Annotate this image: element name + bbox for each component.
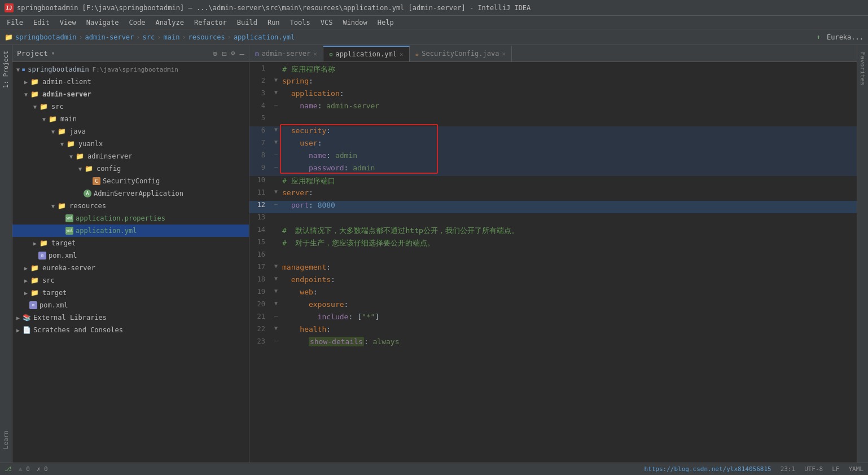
eureka-button[interactable]: ⬆ Eureka...: [817, 33, 864, 41]
code-line-23: 23 — show-details: always: [249, 337, 857, 350]
project-panel-title: Project: [17, 49, 48, 58]
code-line-1: 1 # 应用程序名称: [249, 64, 857, 77]
code-line-9: 9 — password: admin: [249, 164, 857, 176]
menu-item-tools[interactable]: Tools: [286, 17, 315, 28]
project-sync-icon[interactable]: ⊟: [222, 49, 226, 58]
folder-icon-src: 📁: [40, 103, 48, 111]
breadcrumb-springbootadmin[interactable]: springbootadmin: [15, 33, 76, 41]
git-icon: ⎇: [5, 465, 12, 473]
project-tree: ▼ ▪ springbootadmin F:\java\springbootad…: [12, 62, 249, 463]
breadcrumb-resources[interactable]: resources: [188, 33, 225, 41]
tab-bar: m admin-server ✕ ⚙ application.yml ✕ ☕ S…: [249, 45, 857, 62]
code-line-16: 16: [249, 250, 857, 263]
tree-item-external-libraries[interactable]: ▶ 📚 External Libraries: [12, 311, 249, 324]
breadcrumb-admin-server[interactable]: admin-server: [85, 33, 134, 41]
menu-item-view[interactable]: View: [55, 17, 81, 28]
code-line-18: 18 ▼ endpoints:: [249, 275, 857, 288]
tree-item-scratches[interactable]: ▶ 📄 Scratches and Consoles: [12, 324, 249, 336]
tree-item-application-yml[interactable]: yml application.yml: [12, 225, 249, 237]
tab-securityconfig[interactable]: ☕ SecurityConfig.java ✕: [410, 46, 512, 61]
tree-item-src-root[interactable]: ▶ 📁 src: [12, 274, 249, 287]
folder-icon-admin-client: 📁: [30, 78, 39, 86]
tab-close-application-yml[interactable]: ✕: [400, 51, 404, 58]
tab-admin-server[interactable]: m admin-server ✕: [249, 46, 323, 61]
icon-adminserverapplication: A: [84, 190, 91, 197]
tree-item-target-adminserver[interactable]: ▶ 📁 target: [12, 237, 249, 249]
tree-item-main[interactable]: ▼ 📁 main: [12, 113, 249, 125]
folder-icon-config: 📁: [85, 165, 93, 173]
breadcrumb-src[interactable]: src: [143, 33, 155, 41]
tree-item-admin-client[interactable]: ▶ 📁 admin-client: [12, 76, 249, 88]
folder-icon-admin-server: 📁: [30, 90, 39, 98]
code-line-11: 11 ▼ server:: [249, 188, 857, 201]
tree-item-securityconfig[interactable]: C SecurityConfig: [12, 175, 249, 187]
folder-icon-main: 📁: [49, 115, 57, 123]
status-bar-left: ⎇ ⚠ 0 ✗ 0: [5, 465, 48, 473]
module-icon-springbootadmin: ▪: [21, 65, 25, 73]
menu-item-build[interactable]: Build: [233, 17, 262, 28]
folder-icon-eureka-server: 📁: [30, 264, 39, 272]
project-settings-icon[interactable]: ⚙: [231, 49, 235, 58]
tree-item-src[interactable]: ▼ 📁 src: [12, 100, 249, 113]
tree-item-pom-root[interactable]: m pom.xml: [12, 299, 249, 311]
tree-item-resources[interactable]: ▼ 📁 resources: [12, 200, 249, 212]
right-sidebar-strip: Favorites: [857, 45, 868, 463]
code-line-2: 2 ▼ spring:: [249, 77, 857, 89]
status-filetype: YAML: [849, 465, 864, 473]
menu-item-code[interactable]: Code: [125, 17, 150, 28]
tree-item-java[interactable]: ▼ 📁 java: [12, 125, 249, 138]
editor-area: m admin-server ✕ ⚙ application.yml ✕ ☕ S…: [249, 45, 857, 463]
folder-icon-yuanlx: 📁: [67, 140, 75, 148]
menu-item-navigate[interactable]: Navigate: [82, 17, 124, 28]
status-bar: ⎇ ⚠ 0 ✗ 0 https://blog.csdn.net/ylx81405…: [0, 463, 868, 475]
breadcrumb-main[interactable]: main: [163, 33, 179, 41]
tab-application-yml[interactable]: ⚙ application.yml ✕: [323, 46, 410, 61]
code-line-20: 20 ▼ exposure:: [249, 300, 857, 313]
code-line-6: 6 ▼ security:: [249, 126, 857, 139]
tab-close-securityconfig[interactable]: ✕: [502, 50, 506, 58]
menu-item-window[interactable]: Window: [338, 17, 371, 28]
right-strip-favorites[interactable]: Favorites: [858, 50, 867, 88]
tree-item-admin-server[interactable]: ▼ 📁 admin-server: [12, 88, 249, 100]
tree-item-pom-adminserver[interactable]: m pom.xml: [12, 249, 249, 262]
tree-item-eureka-server[interactable]: ▶ 📁 eureka-server: [12, 262, 249, 274]
tab-close-admin-server[interactable]: ✕: [313, 50, 317, 58]
menu-item-file[interactable]: File: [2, 17, 28, 28]
tab-icon-application-yml: ⚙: [329, 51, 333, 58]
tree-item-target-root[interactable]: ▶ 📁 target: [12, 287, 249, 299]
tree-item-config[interactable]: ▼ 📁 config: [12, 162, 249, 175]
icon-pom-root: m: [29, 301, 37, 309]
sidebar-project-label[interactable]: 1: Project: [1, 49, 11, 90]
status-position: 23:1: [781, 465, 796, 473]
menu-item-refactor[interactable]: Refactor: [190, 17, 231, 28]
breadcrumb-application-yml[interactable]: application.yml: [234, 33, 295, 41]
menu-item-edit[interactable]: Edit: [29, 17, 54, 28]
tree-item-application-properties[interactable]: yml application.properties: [12, 212, 249, 225]
tree-item-springbootadmin[interactable]: ▼ ▪ springbootadmin F:\java\springbootad…: [12, 63, 249, 76]
tree-item-yuanlx[interactable]: ▼ 📁 yuanlx: [12, 138, 249, 150]
project-add-icon[interactable]: ⊕: [212, 49, 217, 58]
editor-content[interactable]: 1 # 应用程序名称 2 ▼ spring: 3 ▼ application: …: [249, 62, 857, 463]
title-icon: IJ: [5, 3, 14, 12]
folder-icon-resources: 📁: [58, 202, 66, 210]
arrow-admin-client: ▶: [23, 79, 29, 85]
folder-icon-target-root: 📁: [30, 289, 39, 297]
project-minimize-icon[interactable]: —: [240, 49, 244, 58]
tab-icon-admin-server: m: [255, 50, 259, 58]
icon-securityconfig: C: [93, 177, 100, 185]
menu-bar: FileEditViewNavigateCodeAnalyzeRefactorB…: [0, 16, 868, 29]
menu-item-run[interactable]: Run: [263, 17, 284, 28]
menu-item-analyze[interactable]: Analyze: [151, 17, 188, 28]
menu-item-vcs[interactable]: VCS: [316, 17, 337, 28]
status-warnings: ⚠ 0: [19, 465, 30, 473]
code-line-12: 12 — port: 8080: [249, 201, 857, 213]
folder-icon-src-root: 📁: [30, 276, 39, 284]
tree-item-adminserver[interactable]: ▼ 📁 adminserver: [12, 150, 249, 162]
tab-icon-securityconfig: ☕: [415, 50, 419, 58]
code-line-14: 14 # 默认情况下，大多数端点都不通过http公开，我们公开了所有端点。: [249, 226, 857, 238]
code-line-4: 4 — name: admin-server: [249, 102, 857, 114]
sidebar-learn-label[interactable]: Learn: [1, 428, 11, 451]
project-dropdown-arrow[interactable]: ▾: [51, 50, 55, 57]
menu-item-help[interactable]: Help: [373, 17, 398, 28]
tree-item-adminserverapplication[interactable]: A AdminServerApplication: [12, 187, 249, 200]
